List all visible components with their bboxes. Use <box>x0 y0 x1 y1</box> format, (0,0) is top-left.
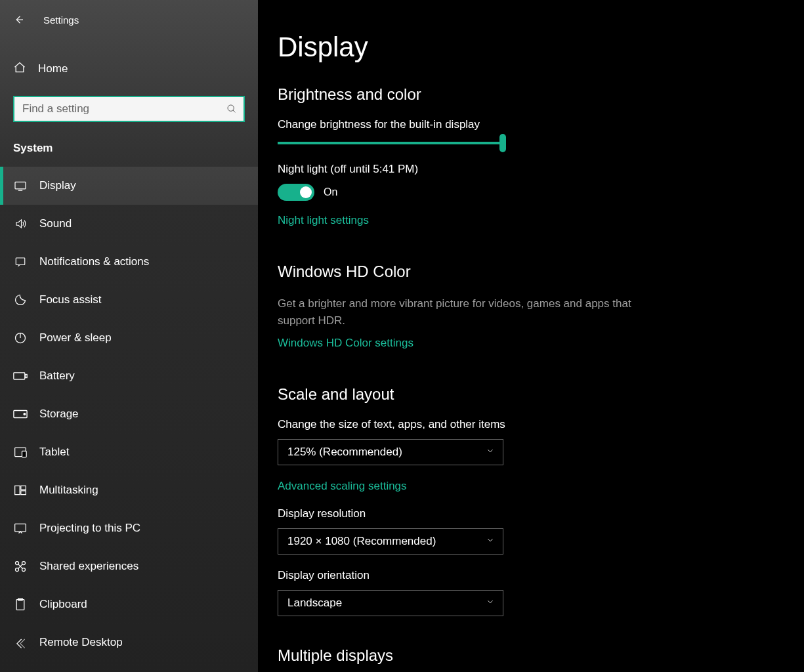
projecting-icon <box>13 522 28 534</box>
sidebar-item-projecting[interactable]: Projecting to this PC <box>0 509 258 547</box>
sidebar-item-label: Notifications & actions <box>39 255 245 268</box>
home-button[interactable]: Home <box>0 50 258 88</box>
sidebar-item-label: Multitasking <box>39 484 245 497</box>
shared-icon <box>13 560 28 573</box>
svg-rect-1 <box>15 182 26 188</box>
battery-icon <box>13 371 28 381</box>
home-icon <box>13 61 26 77</box>
night-light-toggle[interactable] <box>278 184 314 201</box>
section-scale: Scale and layout Change the size of text… <box>278 385 778 616</box>
svg-rect-12 <box>21 491 26 495</box>
content-area: Display Brightness and color Change brig… <box>258 0 804 672</box>
nav-list: Display Sound Notifications & actions Fo… <box>0 167 258 662</box>
sidebar-item-battery[interactable]: Battery <box>0 357 258 395</box>
remote-desktop-icon <box>13 637 28 648</box>
hdcolor-settings-link[interactable]: Windows HD Color settings <box>278 337 413 350</box>
orientation-dropdown[interactable]: Landscape <box>278 590 503 616</box>
sidebar-item-notifications[interactable]: Notifications & actions <box>0 243 258 281</box>
section-heading-multiple: Multiple displays <box>278 646 778 665</box>
chevron-down-icon <box>486 535 495 548</box>
svg-rect-13 <box>15 524 26 532</box>
text-size-label: Change the size of text, apps, and other… <box>278 418 778 431</box>
sidebar-item-sound[interactable]: Sound <box>0 205 258 243</box>
sound-icon <box>13 218 28 230</box>
hdcolor-description: Get a brighter and more vibrant picture … <box>278 295 645 329</box>
sidebar-item-label: Sound <box>39 217 245 230</box>
focus-assist-icon <box>13 293 28 306</box>
sidebar-item-label: Tablet <box>39 446 245 459</box>
search-icon <box>226 104 237 114</box>
titlebar: Settings <box>0 7 258 33</box>
storage-icon <box>13 410 28 419</box>
night-light-settings-link[interactable]: Night light settings <box>278 214 369 227</box>
sidebar-item-label: Shared experiences <box>39 560 245 573</box>
section-hdcolor: Windows HD Color Get a brighter and more… <box>278 262 778 355</box>
sidebar-item-focus-assist[interactable]: Focus assist <box>0 281 258 319</box>
sidebar-item-tablet[interactable]: Tablet <box>0 433 258 471</box>
section-multiple-displays: Multiple displays <box>278 646 778 665</box>
svg-rect-9 <box>22 451 27 457</box>
svg-rect-4 <box>14 373 25 379</box>
sidebar-item-display[interactable]: Display <box>0 167 258 205</box>
sidebar-item-shared-experiences[interactable]: Shared experiences <box>0 547 258 585</box>
notifications-icon <box>13 256 28 268</box>
night-light-toggle-state: On <box>324 186 337 198</box>
app-title: Settings <box>43 14 79 26</box>
sidebar: Settings Home System Display <box>0 0 258 672</box>
clipboard-icon <box>13 598 28 611</box>
sidebar-item-clipboard[interactable]: Clipboard <box>0 585 258 623</box>
sidebar-item-power-sleep[interactable]: Power & sleep <box>0 319 258 357</box>
search-box[interactable] <box>13 96 245 122</box>
section-heading-brightness: Brightness and color <box>278 85 778 104</box>
page-title: Display <box>278 32 778 63</box>
sidebar-item-label: Battery <box>39 369 245 383</box>
svg-rect-18 <box>16 600 24 610</box>
text-size-dropdown[interactable]: 125% (Recommended) <box>278 439 503 465</box>
sidebar-item-label: Remote Desktop <box>39 636 245 649</box>
resolution-value: 1920 × 1080 (Recommended) <box>287 535 436 548</box>
svg-rect-11 <box>21 486 26 490</box>
sidebar-item-storage[interactable]: Storage <box>0 395 258 433</box>
display-icon <box>13 180 28 191</box>
resolution-label: Display resolution <box>278 507 778 520</box>
brightness-slider-thumb[interactable] <box>499 134 506 152</box>
resolution-dropdown[interactable]: 1920 × 1080 (Recommended) <box>278 528 503 555</box>
section-heading-hdcolor: Windows HD Color <box>278 262 778 281</box>
orientation-value: Landscape <box>287 597 342 610</box>
section-brightness: Brightness and color Change brightness f… <box>278 85 778 232</box>
back-icon[interactable] <box>13 14 25 26</box>
tablet-icon <box>13 446 28 458</box>
svg-point-7 <box>24 413 26 415</box>
brightness-slider[interactable] <box>278 142 505 144</box>
sidebar-item-label: Clipboard <box>39 598 245 611</box>
chevron-down-icon <box>486 597 495 610</box>
sidebar-item-multitasking[interactable]: Multitasking <box>0 471 258 509</box>
sidebar-item-label: Power & sleep <box>39 331 245 345</box>
sidebar-item-remote-desktop[interactable]: Remote Desktop <box>0 623 258 662</box>
advanced-scaling-link[interactable]: Advanced scaling settings <box>278 480 407 493</box>
svg-rect-2 <box>16 258 25 265</box>
sidebar-item-label: Focus assist <box>39 293 245 306</box>
svg-rect-5 <box>26 374 28 377</box>
chevron-down-icon <box>486 446 495 459</box>
night-light-label: Night light (off until 5:41 PM) <box>278 163 778 176</box>
sidebar-item-label: Storage <box>39 408 245 421</box>
section-heading-scale: Scale and layout <box>278 385 778 404</box>
sidebar-item-label: Display <box>39 179 245 192</box>
svg-rect-10 <box>15 486 20 494</box>
orientation-label: Display orientation <box>278 569 778 582</box>
text-size-value: 125% (Recommended) <box>287 446 402 459</box>
power-icon <box>13 331 28 345</box>
search-container <box>13 96 245 122</box>
svg-point-0 <box>228 105 234 111</box>
brightness-slider-label: Change brightness for the built-in displ… <box>278 118 778 131</box>
multitasking-icon <box>13 484 28 496</box>
search-input[interactable] <box>22 102 226 116</box>
sidebar-item-label: Projecting to this PC <box>39 522 245 535</box>
home-label: Home <box>38 62 68 75</box>
category-header: System <box>0 142 258 155</box>
